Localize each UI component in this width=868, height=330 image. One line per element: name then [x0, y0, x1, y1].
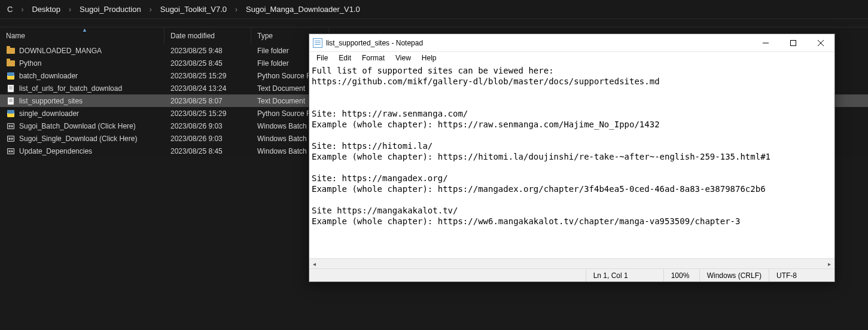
breadcrumb-item[interactable]: Sugoi_Production: [77, 5, 144, 14]
file-date: 2023/08/26 9:03: [165, 135, 251, 143]
file-name: list_of_urls_for_batch_download: [19, 84, 122, 93]
folder-icon: [6, 46, 16, 56]
svg-point-17: [11, 125, 13, 127]
file-name: DOWNLOADED_MANGA: [19, 47, 102, 55]
file-date: 2023/08/25 8:45: [165, 147, 251, 155]
minimize-button[interactable]: [752, 34, 779, 52]
file-date: 2023/08/25 15:29: [165, 109, 251, 118]
notepad-window[interactable]: list_supported_sites - Notepad File Edit…: [309, 33, 835, 282]
file-date: 2023/08/24 13:24: [165, 84, 251, 93]
batch-file-icon: [6, 146, 16, 156]
svg-point-21: [11, 138, 13, 139]
text-file-icon: [6, 96, 16, 106]
maximize-button[interactable]: [779, 34, 807, 52]
folder-icon: [6, 59, 16, 68]
file-name: Python: [19, 59, 41, 68]
status-encoding: UTF-8: [769, 269, 835, 282]
notepad-title: list_supported_sites - Notepad: [326, 39, 423, 47]
notepad-titlebar[interactable]: list_supported_sites - Notepad: [309, 34, 835, 52]
file-name: single_downloader: [19, 109, 79, 118]
file-name: Sugoi_Batch_Download (Click Here): [19, 122, 136, 130]
breadcrumb-item[interactable]: Sugoi_Toolkit_V7.0: [158, 5, 229, 14]
breadcrumb[interactable]: C › Desktop › Sugoi_Production › Sugoi_T…: [0, 0, 868, 19]
tab-strip: [0, 19, 868, 28]
close-button[interactable]: [807, 34, 835, 52]
file-name: Sugoi_Single_Download (Click Here): [19, 135, 137, 143]
chevron-right-icon: ›: [229, 5, 243, 14]
svg-rect-1: [7, 72, 14, 76]
sort-ascending-icon: ▲: [82, 27, 87, 33]
svg-point-24: [9, 150, 11, 152]
status-zoom: 100%: [663, 269, 699, 282]
svg-point-20: [9, 138, 11, 139]
batch-file-icon: [6, 121, 16, 131]
file-name: Update_Dependencies: [19, 147, 92, 155]
menu-format[interactable]: Format: [357, 53, 389, 63]
menu-file[interactable]: File: [312, 53, 333, 63]
python-file-icon: [6, 109, 16, 118]
notepad-text-area[interactable]: Full list of supported sites can be view…: [309, 64, 835, 258]
file-date: 2023/08/25 8:45: [165, 59, 251, 68]
svg-point-25: [11, 150, 13, 152]
svg-rect-3: [8, 85, 14, 92]
scroll-right-icon[interactable]: ▸: [824, 259, 835, 269]
svg-rect-13: [7, 114, 14, 117]
svg-rect-2: [7, 76, 14, 80]
menu-view[interactable]: View: [391, 53, 416, 63]
chevron-right-icon: ›: [144, 5, 158, 14]
batch-file-icon: [6, 134, 16, 143]
status-line-ending: Windows (CRLF): [699, 269, 769, 282]
file-name: batch_downloader: [19, 72, 78, 80]
text-file-icon: [6, 84, 16, 93]
scroll-left-icon[interactable]: ◂: [309, 259, 319, 269]
svg-rect-7: [8, 97, 14, 105]
breadcrumb-item[interactable]: Sugoi_Manga_Downloader_V1.0: [243, 5, 363, 14]
file-date: 2023/08/25 8:07: [165, 97, 251, 105]
horizontal-scrollbar[interactable]: ◂ ▸: [309, 258, 835, 268]
file-date: 2023/08/26 9:03: [165, 122, 251, 130]
python-file-icon: [6, 71, 16, 81]
status-cursor-position: Ln 1, Col 1: [586, 269, 663, 282]
svg-rect-12: [7, 110, 14, 114]
breadcrumb-item[interactable]: Desktop: [29, 5, 63, 14]
notepad-menubar[interactable]: File Edit Format View Help: [309, 52, 835, 64]
breadcrumb-item[interactable]: C: [5, 5, 15, 14]
menu-edit[interactable]: Edit: [334, 53, 356, 63]
file-date: 2023/08/25 9:48: [165, 47, 251, 55]
file-date: 2023/08/25 15:29: [165, 72, 251, 80]
svg-rect-27: [791, 40, 796, 45]
chevron-right-icon: ›: [63, 5, 77, 14]
svg-point-16: [9, 125, 11, 127]
notepad-statusbar: Ln 1, Col 1 100% Windows (CRLF) UTF-8: [309, 268, 835, 282]
notepad-icon: [313, 38, 322, 48]
column-header-date[interactable]: Date modified: [165, 28, 251, 44]
file-name: list_supported_sites: [19, 97, 83, 105]
chevron-right-icon: ›: [15, 5, 29, 14]
menu-help[interactable]: Help: [417, 53, 441, 63]
